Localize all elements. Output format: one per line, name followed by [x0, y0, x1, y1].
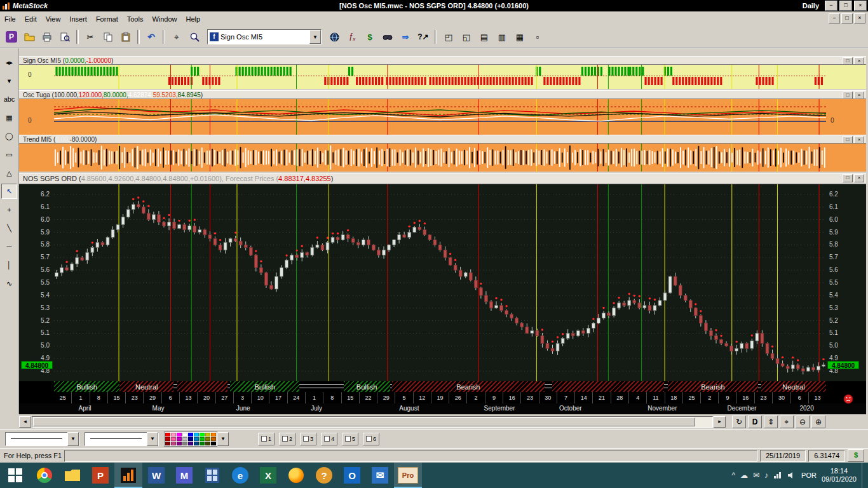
- color-palette[interactable]: [164, 431, 217, 447]
- palette-color[interactable]: [171, 442, 176, 445]
- cut-button[interactable]: ✂: [82, 29, 98, 45]
- taskbar-start[interactable]: [0, 463, 31, 488]
- vertical-scale-button[interactable]: ⇕: [764, 416, 778, 428]
- show-desktop-button[interactable]: [862, 463, 865, 488]
- zoom-preset-1[interactable]: 1: [258, 433, 275, 445]
- triangle-tool[interactable]: △: [1, 165, 17, 180]
- context-help-button[interactable]: ?↗: [415, 29, 431, 45]
- palette-color[interactable]: [165, 433, 170, 437]
- palette-color[interactable]: [200, 433, 205, 437]
- palette-color[interactable]: [182, 433, 187, 437]
- tray-icon-3[interactable]: ♪: [764, 471, 768, 480]
- taskbar-firefox[interactable]: [282, 463, 310, 488]
- palette-color[interactable]: [177, 433, 182, 437]
- taskbar-chrome[interactable]: [31, 463, 58, 488]
- zoom-in-button[interactable]: ⊕: [811, 416, 825, 428]
- sign-osc-close-button[interactable]: ×: [854, 57, 864, 65]
- periodicity-button[interactable]: D: [748, 416, 762, 428]
- zoom-out-button[interactable]: ⊖: [796, 416, 810, 428]
- vertical-line-tool[interactable]: │: [1, 257, 17, 273]
- mdi-close-button[interactable]: ×: [854, 13, 865, 24]
- mdi-minimize-button[interactable]: −: [829, 13, 840, 24]
- horizontal-line-tool[interactable]: ─: [1, 239, 17, 254]
- menu-insert[interactable]: Insert: [65, 13, 92, 25]
- line-weight-dropdown-arrow[interactable]: ▼: [147, 432, 158, 446]
- layout-options-button[interactable]: ▫: [529, 29, 546, 45]
- taskbar-word[interactable]: W: [142, 463, 170, 488]
- zoom-preset-4[interactable]: 4: [321, 433, 337, 445]
- pointer-tool[interactable]: ↖: [1, 184, 17, 199]
- regression-tool[interactable]: ∿: [1, 276, 17, 291]
- palette-color[interactable]: [194, 437, 199, 441]
- tile-vertical-button[interactable]: ▥: [494, 29, 510, 45]
- price-restore-button[interactable]: □: [843, 174, 853, 182]
- osc-tuga-plot[interactable]: [54, 99, 826, 135]
- palette-color[interactable]: [200, 442, 205, 445]
- sign-osc-plot[interactable]: [54, 65, 826, 89]
- close-button[interactable]: ×: [854, 1, 867, 11]
- new-inner-window-button[interactable]: ◰: [440, 29, 457, 45]
- taskbar-metastock[interactable]: [114, 463, 142, 488]
- scroll-left-button[interactable]: ◂: [19, 416, 31, 428]
- palette-color[interactable]: [200, 437, 205, 441]
- network-icon[interactable]: [773, 471, 782, 479]
- trend-restore-button[interactable]: □: [843, 136, 853, 144]
- explorer-button[interactable]: [379, 29, 396, 45]
- zoom-preset-5[interactable]: 5: [342, 433, 358, 445]
- cascade-windows-button[interactable]: ◱: [458, 29, 475, 45]
- palette-color[interactable]: [188, 433, 193, 437]
- palette-color[interactable]: [171, 437, 176, 441]
- undo-button[interactable]: ↶: [143, 29, 159, 45]
- zoom-button[interactable]: [186, 29, 203, 45]
- candlestick-plot[interactable]: [54, 184, 826, 381]
- palette-color[interactable]: [194, 433, 199, 437]
- pan-chart-button[interactable]: ⌖: [780, 416, 794, 428]
- taskbar-help[interactable]: ?: [310, 463, 338, 488]
- horizontal-scrollbar[interactable]: [32, 416, 713, 428]
- taskbar-calculator[interactable]: [198, 463, 226, 488]
- panel-header-osc-tuga[interactable]: Osc Tuga (100.000, 120.000, 80.0000, 4.6…: [19, 90, 866, 99]
- zoom-preset-2[interactable]: 2: [279, 433, 295, 445]
- tray-icon-0[interactable]: ^: [731, 471, 735, 480]
- palette-color[interactable]: [205, 433, 210, 437]
- palette-color[interactable]: [188, 437, 193, 441]
- open-chart-button[interactable]: [21, 29, 37, 45]
- minimize-button[interactable]: −: [825, 1, 837, 11]
- power-console-button[interactable]: P: [3, 29, 20, 45]
- forecast-smiley-icon[interactable]: [843, 394, 853, 404]
- grid-tool[interactable]: ▦: [1, 110, 17, 125]
- system-tester-button[interactable]: $: [362, 29, 378, 45]
- trend-plot[interactable]: [54, 144, 826, 172]
- zoom-preset-6[interactable]: 6: [363, 433, 379, 445]
- menu-file[interactable]: File: [0, 13, 20, 25]
- palette-color[interactable]: [171, 433, 176, 437]
- palette-color[interactable]: [182, 437, 187, 441]
- indicator-fx-button[interactable]: ƒx: [344, 29, 360, 45]
- volume-icon[interactable]: [787, 471, 796, 479]
- palette-color[interactable]: [182, 442, 187, 445]
- price-close-button[interactable]: ×: [854, 174, 864, 182]
- menu-tools[interactable]: Tools: [123, 13, 148, 25]
- color-picker[interactable]: ▼: [164, 431, 229, 447]
- refresh-button[interactable]: ↻: [732, 416, 746, 428]
- panel-header-price[interactable]: NOS SGPS ORD (4.85600, 4.92600, 4.84800,…: [19, 173, 866, 184]
- drop-tool[interactable]: ▾: [1, 73, 17, 88]
- color-dropdown-arrow[interactable]: ▼: [217, 432, 229, 446]
- scroll-right-button[interactable]: ▸: [714, 416, 726, 428]
- panel-header-trend[interactable]: Trend MI5 (0.00, -80.0000 )□×: [19, 135, 866, 144]
- line-style-dropdown-arrow[interactable]: ▼: [67, 432, 79, 446]
- palette-color[interactable]: [188, 442, 193, 445]
- line-style-combo[interactable]: ▼: [5, 432, 79, 446]
- palette-color[interactable]: [211, 442, 216, 445]
- print-button[interactable]: [39, 29, 55, 45]
- trendline-tool[interactable]: ╲: [1, 220, 17, 236]
- taskbar-metastock-pro[interactable]: Pro: [394, 463, 422, 488]
- indicator-selector[interactable]: f Sign Osc MI5 ▼: [207, 29, 322, 44]
- palette-color[interactable]: [177, 437, 182, 441]
- tray-icon-1[interactable]: ☁: [740, 471, 748, 480]
- taskbar-app-m[interactable]: M: [170, 463, 198, 488]
- menu-help[interactable]: Help: [182, 13, 205, 25]
- taskbar-file-explorer[interactable]: [58, 463, 86, 488]
- paste-button[interactable]: [118, 29, 134, 45]
- print-preview-button[interactable]: [57, 29, 73, 45]
